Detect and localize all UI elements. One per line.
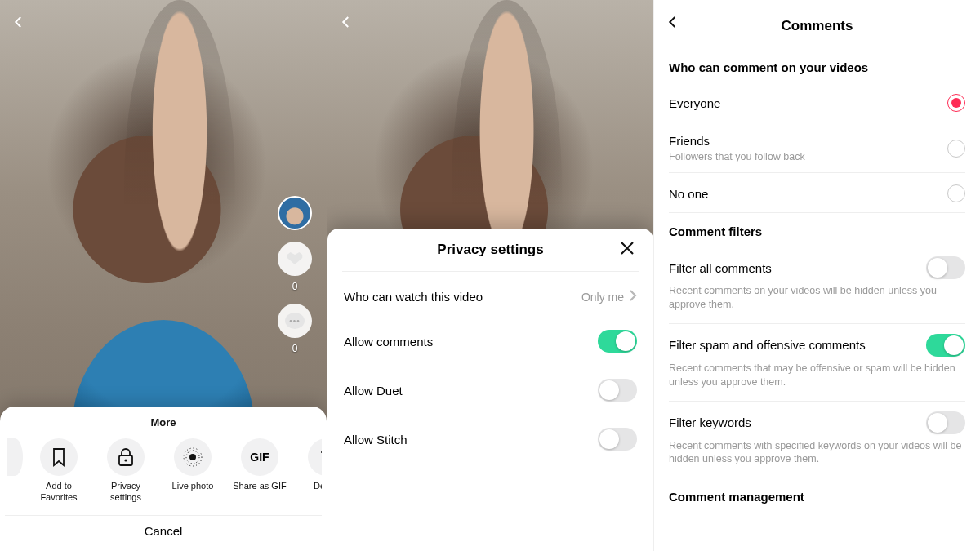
row-label: Who can watch this video xyxy=(344,290,483,304)
more-actions-row: Add to Favorites Privacy settings xyxy=(5,438,322,504)
option-no-one[interactable]: No one xyxy=(669,173,965,213)
toggle-filter-spam[interactable] xyxy=(926,334,965,357)
back-button[interactable] xyxy=(666,15,680,29)
action-label: Privacy settings xyxy=(95,481,157,504)
bookmark-icon xyxy=(51,447,67,467)
action-label: Share as GIF xyxy=(233,481,286,504)
option-label: Everyone xyxy=(669,96,720,110)
back-button[interactable] xyxy=(339,15,354,29)
action-add-favorites[interactable]: Add to Favorites xyxy=(28,438,90,504)
radio-no-one[interactable] xyxy=(947,184,965,202)
row-allow-duet: Allow Duet xyxy=(342,366,639,415)
filter-keywords: Filter keywords Recent comments with spe… xyxy=(669,402,965,479)
filter-label: Filter spam and offensive comments xyxy=(669,338,866,352)
section-who-can-comment: Who can comment on your videos xyxy=(669,60,965,74)
svg-point-1 xyxy=(124,459,127,461)
toggle-filter-all[interactable] xyxy=(926,256,965,279)
filter-label: Filter all comments xyxy=(669,261,772,275)
panel-comments-settings: Comments Who can comment on your videos … xyxy=(653,0,980,551)
action-label: Delete xyxy=(314,481,322,504)
toggle-allow-comments[interactable] xyxy=(598,330,637,353)
livephoto-icon xyxy=(182,447,203,468)
row-label: Allow comments xyxy=(344,335,433,349)
lock-icon xyxy=(117,447,135,467)
option-sub: Followers that you follow back xyxy=(669,151,805,162)
more-sheet: More Add to Favorites xyxy=(0,407,327,551)
heart-icon xyxy=(286,251,304,267)
filter-sub: Recent comments with specified keywords … xyxy=(669,439,965,467)
chevron-right-icon xyxy=(629,290,637,301)
filter-spam-offensive: Filter spam and offensive comments Recen… xyxy=(669,324,965,402)
close-button[interactable] xyxy=(619,240,635,260)
back-button[interactable] xyxy=(11,15,26,29)
row-label: Allow Stitch xyxy=(344,433,408,447)
panel-video-more: 0 0 More Add to Favorites xyxy=(0,0,327,551)
section-comment-management: Comment management xyxy=(669,490,965,504)
chevron-left-icon xyxy=(339,15,354,29)
chevron-left-icon xyxy=(11,15,26,29)
gif-icon: GIF xyxy=(250,451,269,464)
row-value: Only me xyxy=(581,291,624,304)
filter-sub: Recent comments on your videos will be h… xyxy=(669,284,965,312)
option-everyone[interactable]: Everyone xyxy=(669,82,965,122)
option-label: Friends xyxy=(669,134,805,148)
row-allow-stitch: Allow Stitch xyxy=(342,415,639,464)
close-icon xyxy=(619,240,635,256)
option-label: No one xyxy=(669,187,708,201)
more-sheet-title: More xyxy=(5,416,322,429)
trash-icon xyxy=(318,447,322,467)
action-clipped[interactable] xyxy=(7,438,23,504)
svg-point-2 xyxy=(189,454,196,460)
action-label: Add to Favorites xyxy=(28,481,90,504)
section-comment-filters: Comment filters xyxy=(669,224,965,238)
page-title: Comments xyxy=(654,0,980,49)
comments-button[interactable] xyxy=(278,304,312,338)
radio-friends[interactable] xyxy=(947,140,965,158)
action-live-photo[interactable]: Live photo xyxy=(162,438,224,504)
filter-all-comments: Filter all comments Recent comments on y… xyxy=(669,247,965,324)
option-friends[interactable]: Friends Followers that you follow back xyxy=(669,122,965,173)
panel-privacy-settings: Privacy settings Who can watch this vide… xyxy=(327,0,653,551)
row-label: Allow Duet xyxy=(344,384,403,398)
avatar[interactable] xyxy=(278,196,312,230)
like-button[interactable] xyxy=(278,242,312,276)
filter-sub: Recent comments that may be offensive or… xyxy=(669,362,965,389)
filter-label: Filter keywords xyxy=(669,415,751,429)
row-who-can-watch[interactable]: Who can watch this video Only me xyxy=(342,277,639,317)
likes-count: 0 xyxy=(292,281,298,292)
action-delete[interactable]: Delete xyxy=(296,438,322,504)
chevron-left-icon xyxy=(666,15,680,29)
toggle-filter-keywords[interactable] xyxy=(926,411,965,434)
chat-icon xyxy=(285,313,305,329)
row-allow-comments: Allow comments xyxy=(342,317,639,366)
privacy-sheet: Privacy settings Who can watch this vide… xyxy=(327,229,653,551)
cancel-button[interactable]: Cancel xyxy=(5,515,322,540)
toggle-allow-duet[interactable] xyxy=(598,379,637,402)
comments-count: 0 xyxy=(292,343,298,354)
action-label: Live photo xyxy=(172,481,214,504)
privacy-sheet-title: Privacy settings xyxy=(437,242,543,258)
radio-everyone[interactable] xyxy=(947,94,965,112)
toggle-allow-stitch[interactable] xyxy=(598,428,637,451)
video-right-rail: 0 0 xyxy=(278,196,312,354)
action-share-gif[interactable]: GIF Share as GIF xyxy=(229,438,291,504)
action-privacy-settings[interactable]: Privacy settings xyxy=(95,438,157,504)
